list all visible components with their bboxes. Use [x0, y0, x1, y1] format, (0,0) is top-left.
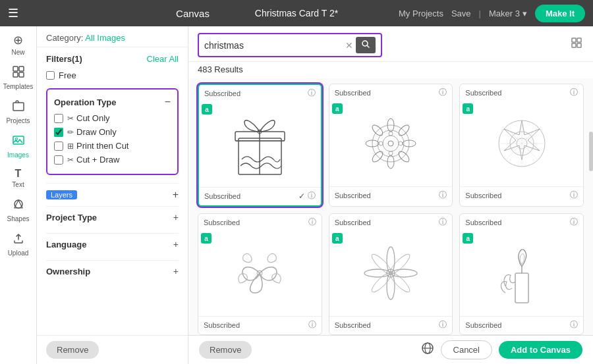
- image-card-5[interactable]: Subscribed ⓘ a: [329, 213, 453, 335]
- image-card-2[interactable]: Subscribed ⓘ a: [329, 84, 453, 207]
- add-to-canvas-button[interactable]: Add to Canvas: [499, 341, 582, 359]
- card-3-image: a: [460, 101, 583, 186]
- images-icon: [12, 134, 25, 150]
- sidebar-item-text[interactable]: T Text: [0, 164, 36, 192]
- print-cut-label: ⊞ Print then Cut: [67, 141, 129, 151]
- print-cut-checkbox[interactable]: [54, 142, 63, 151]
- card-1-image: a: [199, 101, 321, 187]
- card-5-bottom: Subscribed ⓘ: [329, 316, 453, 334]
- free-checkbox[interactable]: [46, 71, 55, 80]
- card-1-info-bottom[interactable]: ⓘ: [308, 190, 316, 201]
- globe-icon[interactable]: [421, 342, 434, 358]
- card-1-info-top[interactable]: ⓘ: [308, 88, 316, 99]
- svg-rect-2: [13, 72, 18, 77]
- cut-only-checkbox[interactable]: [54, 114, 63, 123]
- image-card-1[interactable]: Subscribed ⓘ a: [198, 84, 322, 207]
- svg-rect-54: [515, 273, 528, 303]
- svg-point-7: [14, 200, 22, 208]
- my-projects-link[interactable]: My Projects: [399, 9, 443, 18]
- remove-button-bottom[interactable]: Remove: [199, 341, 252, 359]
- layers-plus[interactable]: +: [173, 189, 179, 201]
- card-5-image: a: [329, 230, 453, 316]
- card-4-info-bottom[interactable]: ⓘ: [308, 319, 316, 330]
- sidebar-item-templates[interactable]: Templates: [0, 61, 36, 94]
- card-2-top: Subscribed ⓘ: [329, 84, 453, 101]
- layers-badge[interactable]: Layers: [46, 190, 77, 199]
- card-3-info-bottom[interactable]: ⓘ: [570, 190, 578, 201]
- results-count: 483 Results: [188, 62, 593, 78]
- maker-selector[interactable]: Maker 3 ▾: [489, 9, 527, 18]
- svg-point-33: [379, 142, 383, 145]
- operation-type-collapse[interactable]: −: [165, 96, 171, 108]
- card-5-info-top[interactable]: ⓘ: [439, 217, 447, 228]
- project-type-header[interactable]: Project Type +: [46, 206, 179, 228]
- card-6-subscribed-bottom: Subscribed: [465, 321, 501, 329]
- sidebar-item-projects[interactable]: Projects: [0, 95, 36, 128]
- save-button[interactable]: Save: [451, 9, 471, 18]
- cancel-button[interactable]: Cancel: [441, 340, 492, 359]
- project-type-plus[interactable]: +: [173, 212, 179, 222]
- card-1-top: Subscribed ⓘ: [199, 85, 321, 101]
- card-3-bottom: Subscribed ⓘ: [460, 186, 583, 205]
- cut-only-icon: ✂: [67, 114, 74, 123]
- search-button[interactable]: [356, 37, 376, 53]
- layers-row: Layers +: [46, 183, 179, 206]
- card-2-info-bottom[interactable]: ⓘ: [439, 190, 447, 201]
- search-box: ✕: [198, 33, 382, 57]
- card-2-image: a: [329, 101, 453, 186]
- image-card-4[interactable]: Subscribed ⓘ a: [198, 213, 322, 335]
- clear-all-button[interactable]: Clear All: [147, 54, 179, 64]
- svg-rect-3: [19, 72, 24, 77]
- sidebar-item-images[interactable]: Images: [0, 130, 36, 163]
- card-4-info-top[interactable]: ⓘ: [308, 217, 316, 228]
- operation-type-header: Operation Type −: [54, 96, 171, 108]
- ownership-header[interactable]: Ownership +: [46, 260, 179, 282]
- card-3-info-top[interactable]: ⓘ: [570, 87, 578, 98]
- icon-sidebar: ⊕ New Templates Projects Images T Text: [0, 26, 37, 364]
- cut-draw-checkbox[interactable]: [54, 155, 63, 165]
- cut-draw-label: ✂ Cut + Draw: [67, 155, 119, 165]
- topbar: ☰ Canvas Christmas Card T 2* My Projects…: [0, 0, 593, 26]
- card-2-info-top[interactable]: ⓘ: [439, 87, 447, 98]
- card-6-info-bottom[interactable]: ⓘ: [570, 319, 578, 330]
- card-3-badge: a: [463, 103, 473, 114]
- search-clear-icon[interactable]: ✕: [345, 40, 353, 51]
- svg-point-30: [388, 141, 393, 146]
- svg-point-31: [389, 132, 393, 136]
- filter-free: Free: [46, 70, 179, 80]
- images-grid: Subscribed ⓘ a: [198, 84, 584, 335]
- scrollbar-thumb[interactable]: [589, 132, 593, 171]
- svg-point-34: [399, 142, 403, 145]
- card-6-badge: a: [463, 233, 473, 244]
- operation-type-title: Operation Type: [54, 97, 116, 107]
- sidebar-item-upload[interactable]: Upload: [0, 228, 36, 261]
- card-1-subscribed-top: Subscribed: [204, 90, 240, 97]
- poinsettia-svg: [361, 244, 420, 303]
- filter-draw-only: ✏ Draw Only: [54, 127, 171, 137]
- sidebar-item-new[interactable]: ⊕ New: [0, 29, 36, 60]
- language-section: Language +: [46, 233, 179, 255]
- sidebar-item-shapes[interactable]: Shapes: [0, 194, 36, 226]
- image-card-3[interactable]: Subscribed ⓘ a: [459, 84, 584, 207]
- card-6-info-top[interactable]: ⓘ: [570, 217, 578, 228]
- svg-point-20: [378, 130, 404, 157]
- language-header[interactable]: Language +: [46, 233, 179, 255]
- card-5-subscribed-bottom: Subscribed: [335, 321, 371, 329]
- card-2-bottom-icons: ⓘ: [439, 190, 447, 201]
- category-all-images[interactable]: All Images: [85, 33, 125, 43]
- images-grid-area: Subscribed ⓘ a: [188, 78, 593, 335]
- ownership-plus[interactable]: +: [173, 266, 179, 276]
- image-card-6[interactable]: Subscribed ⓘ a: [459, 213, 584, 335]
- print-cut-icon: ⊞: [67, 142, 74, 151]
- grid-view-icon[interactable]: [571, 37, 584, 53]
- search-input[interactable]: [204, 40, 345, 51]
- card-3-subscribed-top: Subscribed: [465, 89, 501, 97]
- card-2-badge: a: [332, 103, 343, 114]
- content-area: ✕ 483 Results Subscribed: [188, 26, 593, 335]
- make-it-button[interactable]: Make It: [535, 5, 585, 22]
- card-6-bottom-icons: ⓘ: [570, 319, 578, 330]
- language-plus[interactable]: +: [173, 239, 179, 249]
- card-5-info-bottom[interactable]: ⓘ: [439, 319, 447, 330]
- draw-only-checkbox[interactable]: [54, 128, 63, 137]
- remove-button[interactable]: Remove: [46, 341, 99, 359]
